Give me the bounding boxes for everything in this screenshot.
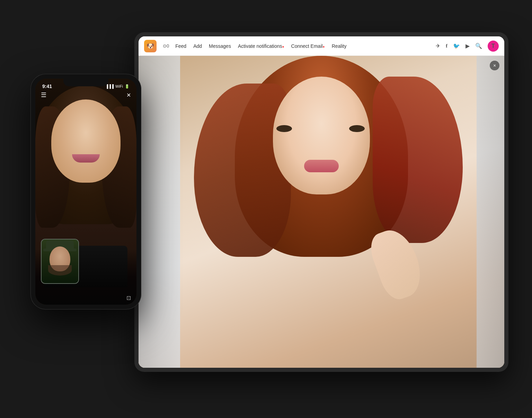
browser-bar: 🐶 ⊙0 Feed Add Messages Activate notifica… (139, 36, 504, 56)
send-icon[interactable]: ✈ (436, 43, 440, 49)
phone-close-icon[interactable]: ✕ (126, 92, 131, 98)
close-button[interactable]: × (490, 61, 499, 70)
tablet-screen: 🐶 ⊙0 Feed Add Messages Activate notifica… (139, 36, 504, 368)
close-icon: × (493, 63, 496, 68)
expand-symbol: ⊡ (126, 295, 131, 301)
nav-reality[interactable]: Reality (332, 43, 347, 49)
coins-display: ⊙0 (163, 43, 169, 49)
app-logo: 🐶 (144, 40, 157, 52)
notify-dot-1: ● (282, 45, 284, 49)
nav-add[interactable]: Add (193, 43, 202, 49)
eye-right (349, 125, 365, 132)
phone-pip-video (41, 239, 79, 284)
browser-icon-group: ✈ f 🐦 ▶ 🔍 T (436, 41, 499, 52)
coins-label: ⊙0 (163, 43, 169, 49)
profile-photo (139, 56, 504, 368)
phone-time: 9:41 (42, 84, 52, 89)
phone-screen: 9:41 ▐▐▐ WiFi 🔋 ☰ ✕ (35, 79, 136, 305)
phone-device: 9:41 ▐▐▐ WiFi 🔋 ☰ ✕ (30, 74, 141, 310)
eye-left (276, 125, 292, 132)
avatar-label: T (491, 43, 495, 49)
face (273, 77, 370, 194)
search-icon[interactable]: 🔍 (475, 43, 482, 49)
phone-notch (63, 79, 108, 86)
browser-content: × (139, 56, 504, 368)
facebook-icon[interactable]: f (446, 43, 447, 49)
youtube-icon[interactable]: ▶ (466, 43, 470, 49)
nav-bar: Feed Add Messages Activate notifications… (175, 43, 346, 49)
tablet-device: 🐶 ⊙0 Feed Add Messages Activate notifica… (134, 32, 508, 372)
window-frame-right (477, 56, 504, 368)
phone-top-bar: ☰ ✕ (35, 91, 136, 99)
nav-activate-notifications[interactable]: Activate notifications● (238, 43, 284, 49)
ph-smile (72, 154, 100, 163)
twitter-icon[interactable]: 🐦 (453, 43, 460, 49)
battery-icon: 🔋 (125, 84, 130, 89)
window-frame-left (139, 56, 180, 368)
notify-dot-2: ● (323, 45, 325, 49)
user-avatar[interactable]: T (488, 41, 499, 52)
nav-feed[interactable]: Feed (175, 43, 186, 49)
signal-icon: ▐▐▐ (106, 84, 114, 88)
scene: 🐶 ⊙0 Feed Add Messages Activate notifica… (24, 18, 508, 400)
wifi-icon: WiFi (115, 84, 123, 88)
ph-face (51, 99, 121, 183)
logo-emoji: 🐶 (147, 42, 154, 50)
pip-background (42, 240, 78, 283)
expand-icon[interactable]: ⊡ (126, 295, 131, 301)
nav-connect-email[interactable]: Connect Email● (291, 43, 325, 49)
nav-messages[interactable]: Messages (209, 43, 231, 49)
phone-menu-icon[interactable]: ☰ (41, 91, 46, 99)
pip-beard (48, 265, 72, 276)
lips (304, 160, 339, 172)
phone-indicators: ▐▐▐ WiFi 🔋 (106, 84, 130, 89)
